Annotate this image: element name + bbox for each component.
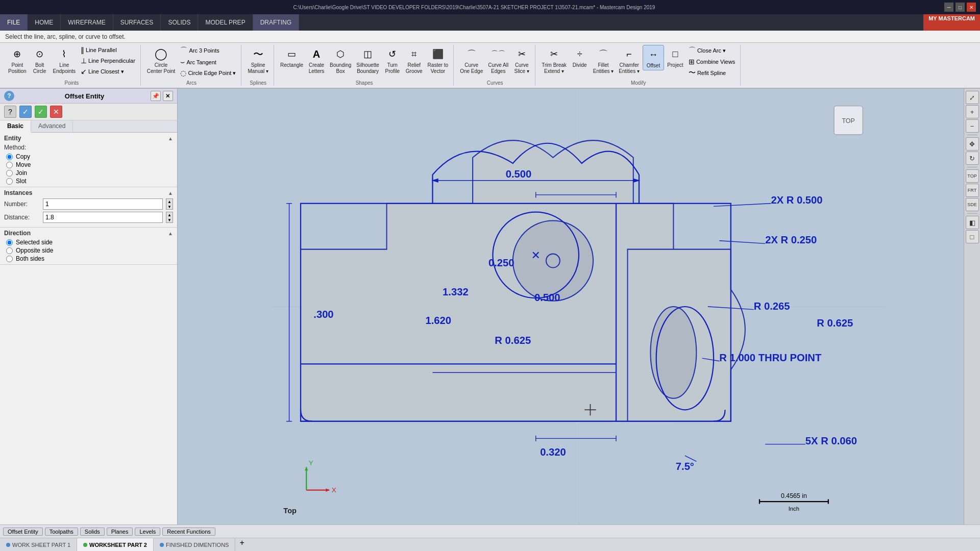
- ribbon-project[interactable]: □ Project: [665, 45, 685, 69]
- ribbon-relief-groove[interactable]: ⌗ ReliefGroove: [404, 45, 425, 76]
- ribbon-rectangle[interactable]: ▭ Rectangle: [278, 45, 305, 69]
- zoom-in-btn[interactable]: +: [966, 105, 979, 118]
- method-copy[interactable]: Copy: [6, 153, 173, 160]
- ribbon-fillet[interactable]: ⌒ FilletEntities ▾: [591, 45, 616, 76]
- menu-home[interactable]: HOME: [28, 14, 61, 31]
- number-input[interactable]: [43, 198, 163, 210]
- rotate-btn[interactable]: ↻: [966, 152, 979, 165]
- menu-modelprep[interactable]: MODEL PREP: [198, 14, 253, 31]
- ribbon-curve-all-edges[interactable]: ⌒⌒ Curve AllEdges: [486, 45, 510, 76]
- func-levels[interactable]: Levels: [135, 528, 160, 536]
- ribbon-line-perpendicular[interactable]: ⊥ Line Perpendicular: [79, 56, 137, 66]
- menu-surfaces[interactable]: SURFACES: [113, 14, 161, 31]
- panel-help-icon[interactable]: ?: [4, 91, 14, 101]
- panel-pin-icon[interactable]: 📌: [151, 91, 161, 101]
- maximize-button[interactable]: □: [955, 3, 965, 12]
- view-top-btn[interactable]: TOP: [966, 169, 979, 183]
- ribbon-divide[interactable]: ÷ Divide: [570, 45, 590, 69]
- panel-ok-green[interactable]: ✓: [35, 106, 47, 118]
- direction-opposite[interactable]: Opposite side: [6, 247, 173, 254]
- ribbon-offset[interactable]: ↔ Offset: [643, 45, 664, 70]
- menu-solids[interactable]: SOLIDS: [161, 14, 198, 31]
- canvas-area[interactable]: ▼ AutoCursor ▼ ⊕ ○ + ✦: [178, 89, 980, 524]
- zoom-out-btn[interactable]: −: [966, 119, 979, 133]
- distance-input[interactable]: [43, 212, 163, 223]
- my-mastercam[interactable]: MY MASTERCAM: [923, 14, 980, 31]
- panel-cancel-action[interactable]: ?: [4, 106, 16, 118]
- ribbon-line-parallel[interactable]: ∥ Line Parallel: [79, 45, 137, 55]
- panel-close-icon[interactable]: ✕: [163, 91, 173, 101]
- func-recent[interactable]: Recent Functions: [162, 528, 215, 536]
- number-down[interactable]: ▼: [166, 204, 173, 209]
- method-move[interactable]: Move: [6, 161, 173, 168]
- panel-tabs: Basic Advanced: [0, 120, 177, 133]
- instances-collapse[interactable]: ▲: [168, 190, 173, 196]
- wire-btn[interactable]: □: [966, 230, 979, 243]
- arc-3points-icon: ⌒: [180, 46, 187, 55]
- direction-selected[interactable]: Selected side: [6, 239, 173, 246]
- method-slot[interactable]: Slot: [6, 178, 173, 185]
- direction-section: Direction ▲ Selected side Opposite side …: [0, 228, 177, 265]
- ribbon-point-position[interactable]: ⊕ PointPosition: [6, 45, 29, 76]
- func-offset-entity[interactable]: Offset Entity: [3, 528, 43, 536]
- ribbon-curve-one-edge[interactable]: ⌒ CurveOne Edge: [458, 45, 485, 76]
- close-button[interactable]: ✕: [967, 3, 976, 12]
- pan-btn[interactable]: ✥: [966, 137, 979, 151]
- view-front-btn[interactable]: FRT: [966, 184, 979, 197]
- distance-up[interactable]: ▲: [166, 212, 173, 217]
- ribbon-line-closest[interactable]: ↙ Line Closest ▾: [79, 66, 137, 77]
- direction-both[interactable]: Both sides: [6, 255, 173, 262]
- ribbon-arc-tangent[interactable]: ⌣ Arc Tangent: [178, 57, 238, 67]
- ribbon-line-endpoints[interactable]: ⌇ LineEndpoints: [51, 45, 78, 76]
- tab-advanced[interactable]: Advanced: [31, 120, 73, 132]
- zoom-extents-btn[interactable]: ⤢: [966, 91, 979, 104]
- ribbon-trim-break[interactable]: ✂ Trim BreakExtend ▾: [540, 45, 569, 76]
- tab-basic[interactable]: Basic: [0, 120, 31, 133]
- ribbon-circle-edge[interactable]: ◌ Circle Edge Point ▾: [178, 68, 238, 78]
- ribbon-combine-views[interactable]: ⊞ Combine Views: [687, 57, 737, 67]
- ribbon-circle-center[interactable]: ◯ CircleCenter Point: [145, 45, 178, 76]
- dim-0250: 0.250: [488, 257, 514, 268]
- distance-spin[interactable]: ▲ ▼: [166, 212, 173, 223]
- entity-collapse[interactable]: ▲: [168, 136, 173, 141]
- ribbon-turn-profile[interactable]: ↺ TurnProfile: [382, 45, 403, 76]
- function-bar: Offset Entity Toolpaths Solids Planes Le…: [0, 524, 980, 538]
- fillet-icon: ⌒: [595, 46, 611, 62]
- number-up[interactable]: ▲: [166, 199, 173, 204]
- tab-worksheet-part1[interactable]: WORK SHEET PART 1: [0, 538, 77, 551]
- point-position-icon: ⊕: [9, 46, 26, 62]
- ribbon-create-letters[interactable]: A CreateLetters: [306, 45, 327, 76]
- ribbon-arc-3points[interactable]: ⌒ Arc 3 Points: [178, 45, 238, 56]
- ribbon-spline-manual[interactable]: 〜 SplineManual ▾: [246, 45, 271, 76]
- ribbon-refit-spline[interactable]: 〜 Refit Spline: [687, 67, 737, 79]
- direction-collapse[interactable]: ▲: [168, 231, 173, 236]
- menu-file[interactable]: FILE: [0, 14, 28, 31]
- tab-worksheet-part2[interactable]: WORKSHEET PART 2: [77, 538, 154, 551]
- ribbon-chamfer[interactable]: ⌐ ChamferEntities ▾: [617, 45, 642, 76]
- ribbon-curve-slice[interactable]: ✂ CurveSlice ▾: [511, 45, 532, 76]
- distance-down[interactable]: ▼: [166, 217, 173, 222]
- func-toolpaths[interactable]: Toolpaths: [45, 528, 78, 536]
- tab-add-button[interactable]: +: [235, 538, 248, 551]
- ribbon-bounding-box[interactable]: ⬡ BoundingBox: [328, 45, 353, 76]
- tab-finished-dims[interactable]: FINISHED DIMENTIONS: [154, 538, 235, 551]
- create-letters-icon: A: [308, 46, 325, 62]
- ribbon-raster-vector[interactable]: ⬛ Raster toVector: [426, 45, 451, 76]
- panel-cancel-red[interactable]: ✕: [50, 106, 62, 118]
- ribbon-silhouette-boundary[interactable]: ◫ SilhouetteBoundary: [354, 45, 381, 76]
- minimize-button[interactable]: ─: [944, 3, 953, 12]
- func-solids[interactable]: Solids: [80, 528, 105, 536]
- panel-ok-blue[interactable]: ✓: [19, 106, 32, 118]
- func-planes[interactable]: Planes: [107, 528, 133, 536]
- number-spin[interactable]: ▲ ▼: [166, 198, 173, 210]
- ribbon-group-shapes: ▭ Rectangle A CreateLetters ⬡ BoundingBo…: [275, 45, 454, 86]
- method-join[interactable]: Join: [6, 169, 173, 177]
- menu-drafting[interactable]: DRAFTING: [253, 14, 299, 31]
- menu-wireframe[interactable]: WIREFRAME: [61, 14, 113, 31]
- view-side-btn[interactable]: SDE: [966, 198, 979, 211]
- ribbon-close-arc[interactable]: ⌒ Close Arc ▾: [687, 45, 737, 56]
- ribbon-bolt-circle[interactable]: ⊙ BoltCircle: [30, 45, 50, 76]
- shade-btn[interactable]: ◧: [966, 216, 979, 229]
- dim-300: .300: [313, 309, 333, 320]
- dim-0320: 0.320: [540, 446, 566, 458]
